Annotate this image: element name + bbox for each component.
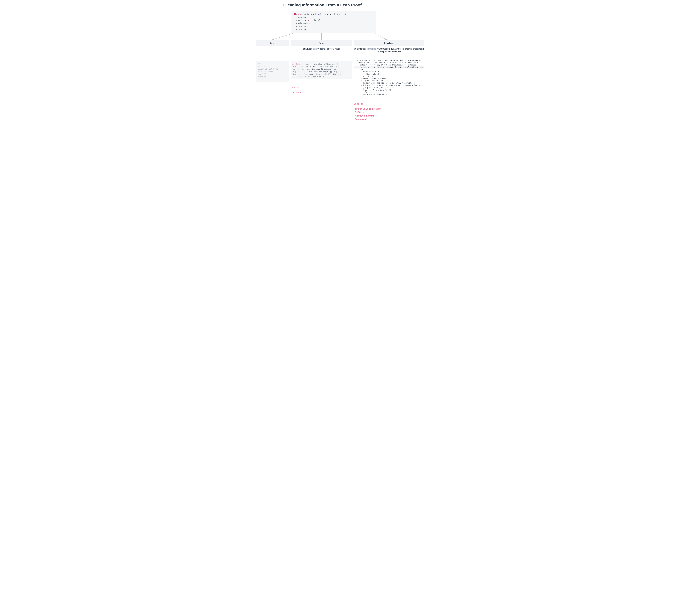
text-line: cases' ab with hA hB — [258, 68, 287, 70]
expr-used-in-list: #explode — [291, 91, 352, 94]
column-expr: Expr let hiExpr: Expr = Term.elabTerm hi… — [291, 41, 352, 94]
infotree-decl-pre: let hiInfoTree : — [354, 48, 368, 50]
proof-line: ··exact hB — [294, 25, 374, 28]
triple-quote-open: """ — [258, 63, 287, 65]
used-item: Alectryon (LeanInk) — [354, 114, 424, 118]
keyword-with: with — [308, 19, 313, 21]
expr-body: : Expr := Expr.lam `a (Expr.sort Level. … — [292, 63, 344, 78]
text-line: exact hB — [258, 73, 287, 76]
columns: text """ intro ab cases' ab with hA hB a… — [256, 41, 425, 121]
used-item: ReProver — [354, 110, 424, 114]
infotree-output: • Tactic @ ⟨59, 6⟩†-⟨59, 37⟩† @ Lean.Ela… — [354, 59, 424, 96]
text-line: exact hA — [258, 76, 287, 78]
text-code-box: """ intro ab cases' ab with hA hB apply … — [256, 61, 289, 82]
infotree-decl: let hiInfoTree : InfoTree := withWaitFin… — [354, 47, 424, 53]
proof-line: ··exact hA — [294, 28, 374, 31]
column-header-text: text — [256, 41, 289, 46]
used-item: #explode — [291, 91, 352, 94]
proof-signature: theorem hi (a b : Prop) : a ∧ b → b ∧ a … — [294, 12, 374, 16]
column-header-expr: Expr — [291, 41, 352, 46]
type-prop: Prop — [315, 13, 320, 15]
column-header-infotree: InfoTree — [354, 41, 424, 46]
arrow-svg — [256, 33, 425, 41]
indent-dots: ·· — [294, 19, 296, 21]
indent-dots: ·· — [294, 22, 296, 24]
infotree-decl-post: := withWaitFindSnapAtPos { line: 32, cha… — [376, 48, 424, 53]
branch-arrows — [256, 33, 425, 41]
keyword-def: def — [292, 63, 296, 65]
triple-quote-close: """"" — [258, 78, 287, 81]
sig-params-close: ) — [320, 13, 321, 15]
keyword-by: by — [345, 13, 347, 15]
expr-decl-type: Expr — [313, 48, 318, 50]
sig-body: : a ∧ b → b ∧ a := — [321, 13, 345, 15]
infotree-used-in-list: default VSCode InfoView ReProver Alectry… — [354, 107, 424, 121]
svg-line-3 — [272, 33, 293, 40]
indent-dots: ·· — [294, 16, 296, 18]
infotree-decl-type: InfoTree — [368, 48, 376, 50]
expr-decl: let hiExpr: Expr = Term.elabTerm hiStx — [291, 47, 352, 50]
proof-block: theorem hi (a b : Prop) : a ∧ b → b ∧ a … — [292, 10, 376, 33]
indent-dots: ·· — [294, 25, 296, 27]
infotree-used-in-label: Used in — [354, 103, 424, 105]
page: Gleaning Information From a Lean Proof t… — [256, 0, 425, 121]
text-subdecl — [256, 47, 289, 50]
column-text: text """ intro ab cases' ab with hA hB a… — [256, 41, 289, 82]
expr-decl-pre: let hiExpr: — [303, 48, 313, 50]
text-line: intro ab — [258, 65, 287, 68]
expr-code-box: def hiExpr : Expr := Expr.lam `a (Expr.s… — [291, 61, 352, 79]
proof-line: ··apply And.intro — [294, 22, 374, 25]
keyword-theorem: theorem — [294, 13, 302, 15]
expr-used-in-label: Used in — [291, 86, 352, 89]
used-item: Paperproof — [354, 118, 424, 121]
column-infotree: InfoTree let hiInfoTree : InfoTree := wi… — [354, 41, 424, 121]
theorem-name: hi — [303, 13, 306, 15]
proof-line: ··intro ab — [294, 16, 374, 19]
sig-params-open: (a b : — [307, 13, 315, 15]
cases-names: hA hB — [313, 19, 320, 21]
page-title: Gleaning Information From a Lean Proof — [283, 3, 425, 7]
indent-dots: ·· — [294, 28, 296, 30]
svg-line-5 — [375, 33, 387, 40]
expr-name: hiExpr — [296, 63, 303, 65]
text-line: apply And.intro — [258, 70, 287, 73]
used-item: default VSCode InfoView — [354, 107, 424, 111]
proof-line: ··cases' ab with hA hB — [294, 19, 374, 22]
expr-decl-post: = Term.elabTerm hiStx — [318, 48, 340, 50]
